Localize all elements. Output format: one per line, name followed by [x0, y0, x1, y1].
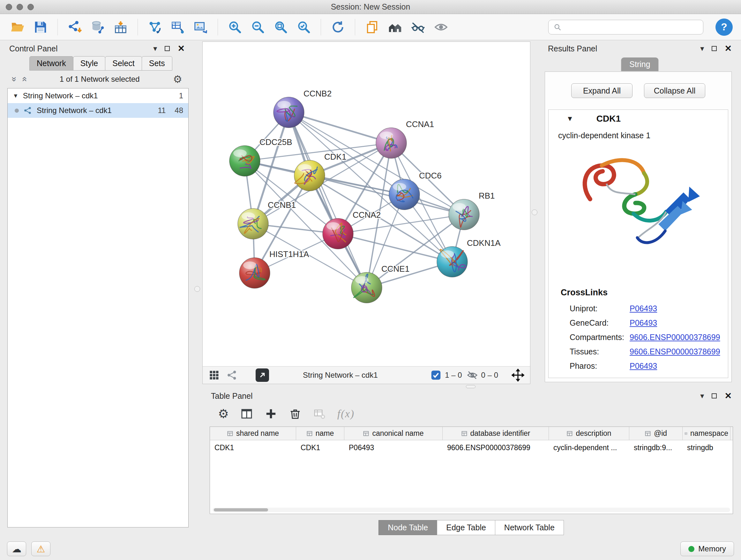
- copy-button[interactable]: [363, 18, 381, 37]
- network-edge[interactable]: [289, 112, 391, 143]
- memory-button[interactable]: Memory: [680, 542, 734, 556]
- network-node-ccne1[interactable]: [351, 272, 382, 303]
- tab-style[interactable]: Style: [73, 56, 106, 71]
- help-button[interactable]: ?: [716, 18, 733, 36]
- selected-checkbox-icon[interactable]: [430, 369, 442, 381]
- tab-edge-table[interactable]: Edge Table: [437, 520, 495, 535]
- network-node-cdc6[interactable]: [389, 179, 420, 210]
- column-header-database-identifier[interactable]: database identifier: [443, 427, 549, 440]
- zoom-selected-button[interactable]: [294, 18, 313, 37]
- network-edge[interactable]: [289, 112, 367, 288]
- network-node-hist1h1a[interactable]: [239, 258, 270, 288]
- tab-network-table[interactable]: Network Table: [495, 520, 564, 535]
- grid-view-icon[interactable]: [208, 369, 220, 381]
- apply-preferred-layout-button[interactable]: [329, 18, 347, 37]
- restore-panel-icon[interactable]: [712, 46, 717, 51]
- protein-card-header[interactable]: ▼ CDK1: [549, 110, 728, 128]
- splitter-handle[interactable]: [532, 209, 537, 215]
- zoom-in-button[interactable]: [226, 18, 244, 37]
- close-panel-icon[interactable]: ✕: [178, 44, 185, 53]
- network-row[interactable]: String Network – cdk1 11 48: [8, 103, 188, 118]
- export-view-button[interactable]: [256, 368, 269, 382]
- crosslink-link[interactable]: 9606.ENSP00000378699: [630, 333, 720, 342]
- restore-panel-icon[interactable]: [712, 393, 717, 398]
- network-node-ccnb2[interactable]: [273, 97, 304, 128]
- add-column-icon[interactable]: [265, 408, 277, 420]
- network-node-cdc25b[interactable]: [229, 145, 260, 176]
- column-header-namespace[interactable]: namespace: [683, 427, 731, 440]
- import-table-from-file-button[interactable]: [111, 18, 130, 37]
- table-cell[interactable]: 9606.ENSP00000378699: [443, 440, 549, 455]
- crosslink-link[interactable]: P06493: [630, 304, 657, 313]
- show-graphics-details-button[interactable]: [432, 18, 450, 37]
- hidden-eye-slash-icon[interactable]: [467, 369, 478, 381]
- table-row[interactable]: CDK1CDK1P064939606.ENSP00000378699cyclin…: [210, 440, 733, 455]
- column-header-shared-name[interactable]: shared name: [210, 427, 296, 440]
- column-header-name[interactable]: name: [296, 427, 344, 440]
- column-header--id[interactable]: @id: [629, 427, 683, 440]
- tree-expand-caret-icon[interactable]: ▼: [13, 92, 18, 99]
- tab-sets[interactable]: Sets: [142, 56, 172, 71]
- delete-column-trash-icon[interactable]: [289, 408, 301, 420]
- network-node-cdkn1a[interactable]: [437, 246, 468, 277]
- table-cell[interactable]: stringdb:9...: [629, 440, 683, 455]
- float-panel-icon[interactable]: ▾: [700, 392, 704, 400]
- network-node-cdk1[interactable]: [294, 160, 325, 191]
- table-cell[interactable]: CDK1: [210, 440, 296, 455]
- birdseye-view-icon[interactable]: [226, 369, 238, 381]
- new-network-button[interactable]: [145, 18, 164, 37]
- splitter-handle[interactable]: [194, 286, 200, 292]
- search-box[interactable]: [548, 20, 703, 35]
- tab-node-table[interactable]: Node Table: [379, 520, 437, 535]
- table-cell[interactable]: stringdb: [683, 440, 731, 455]
- hide-graphics-details-button[interactable]: [409, 18, 427, 37]
- horizontal-scrollbar[interactable]: [212, 508, 730, 512]
- network-node-ccnb1[interactable]: [238, 208, 268, 239]
- restore-panel-icon[interactable]: [165, 46, 170, 51]
- table-cell[interactable]: cyclin-dependent ...: [549, 440, 629, 455]
- table-cell[interactable]: P06493: [344, 440, 443, 455]
- open-session-button[interactable]: [8, 18, 27, 37]
- crosslink-link[interactable]: 9606.ENSP00000378699: [630, 347, 720, 356]
- tab-string[interactable]: String: [621, 57, 658, 71]
- scrollbar-thumb[interactable]: [214, 508, 268, 511]
- close-panel-icon[interactable]: ✕: [724, 44, 732, 53]
- cloud-button[interactable]: ☁: [7, 542, 26, 556]
- cybrowser-home-button[interactable]: [386, 18, 404, 37]
- tab-select[interactable]: Select: [105, 56, 142, 71]
- splitter-handle[interactable]: [466, 385, 475, 388]
- new-network-from-table-button[interactable]: [169, 18, 187, 37]
- close-panel-icon[interactable]: ✕: [724, 392, 732, 400]
- zoom-out-button[interactable]: [249, 18, 267, 37]
- float-panel-icon[interactable]: ▾: [700, 45, 704, 52]
- search-input[interactable]: [565, 23, 698, 32]
- warnings-button[interactable]: ⚠: [31, 542, 51, 556]
- network-node-ccna2[interactable]: [323, 219, 353, 249]
- export-image-button[interactable]: [192, 18, 210, 37]
- network-options-gear-icon[interactable]: ⚙: [173, 74, 182, 84]
- show-columns-icon[interactable]: [240, 408, 253, 420]
- crosslink-link[interactable]: P06493: [630, 361, 657, 371]
- table-settings-gear-icon[interactable]: ⚙: [218, 408, 229, 420]
- save-session-button[interactable]: [31, 18, 50, 37]
- network-collection-row[interactable]: ▼ String Network – cdk1 1: [8, 88, 188, 103]
- import-network-from-database-button[interactable]: [88, 18, 107, 37]
- network-node-rb1[interactable]: [449, 199, 479, 230]
- crosslink-link[interactable]: P06493: [630, 318, 657, 327]
- collapse-all-button[interactable]: Collapse All: [644, 83, 705, 98]
- table-cell[interactable]: CDK1: [296, 440, 344, 455]
- network-node-ccna1[interactable]: [376, 128, 407, 159]
- collapse-all-icon[interactable]: »: [10, 77, 19, 82]
- expand-all-icon[interactable]: »: [19, 77, 28, 82]
- import-network-from-file-button[interactable]: [65, 18, 84, 37]
- pan-crosshair-icon[interactable]: [512, 369, 524, 381]
- column-header-description[interactable]: description: [549, 427, 629, 440]
- network-canvas[interactable]: CCNB2CCNA1CDC25BCDK1CDC6RB1CCNB1CCNA2CDK…: [203, 42, 530, 366]
- collapse-section-caret-icon[interactable]: ▼: [566, 115, 574, 123]
- column-header-canonical-name[interactable]: canonical name: [344, 427, 443, 440]
- zoom-fit-content-button[interactable]: [272, 18, 290, 37]
- expand-all-button[interactable]: Expand All: [571, 83, 632, 98]
- float-panel-icon[interactable]: ▾: [153, 45, 157, 52]
- tab-network[interactable]: Network: [29, 56, 73, 71]
- network-view[interactable]: CCNB2CCNA1CDC25BCDK1CDC6RB1CCNB1CCNA2CDK…: [202, 42, 530, 384]
